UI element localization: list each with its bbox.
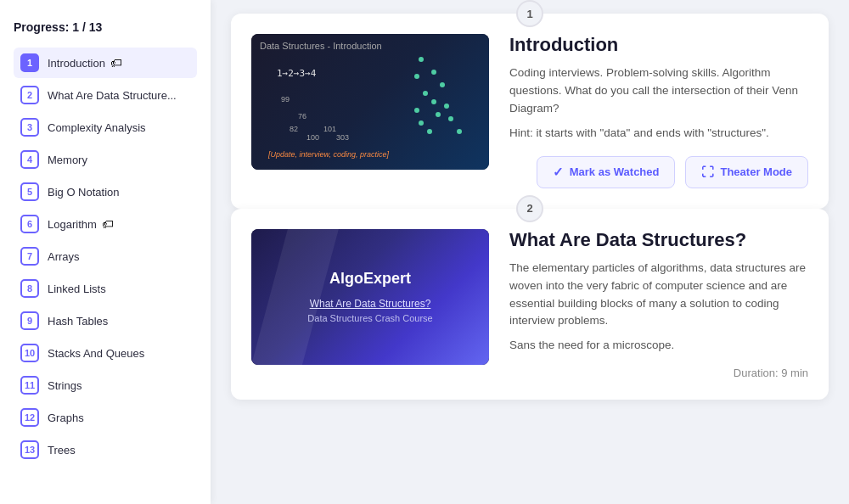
card-number-badge: 1 [516,0,543,27]
svg-text:82: 82 [290,125,298,133]
sidebar-item-introduction[interactable]: 1Introduction🏷 [14,48,197,78]
sidebar-item-label: Trees [48,444,76,456]
cards-container: 1 Data Structures - Introduction 1→2→3→4 [231,14,829,400]
svg-text:101: 101 [323,125,336,133]
check-icon: ✓ [553,165,564,180]
svg-text:100: 100 [306,133,319,142]
card-title: What Are Data Structures? [509,229,808,251]
thumbnail-algoexpert-bg: AlgoExpert What Are Data Structures? Dat… [251,229,489,365]
lesson-card-1: 1 Data Structures - Introduction 1→2→3→4 [231,14,829,209]
sidebar-item-label: Logarithm [48,218,97,231]
svg-text:76: 76 [298,112,306,120]
svg-point-2 [431,70,436,75]
svg-point-11 [448,116,453,121]
sidebar-item-label: Complexity Analysis [48,121,146,134]
sidebar-item-number: 4 [20,150,39,169]
sidebar-item-label: What Are Data Structure... [48,89,177,102]
sidebar-item-number: 6 [20,215,39,233]
sidebar-item-number: 11 [20,376,39,395]
sidebar-item-big-o-notation[interactable]: 5Big O Notation [14,176,197,207]
thumbnail-brand: AlgoExpert [329,270,411,288]
svg-point-7 [444,104,449,109]
svg-point-10 [419,120,424,126]
sidebar-item-label: Graphs [48,412,84,424]
thumbnail-title: What Are Data Structures? [310,298,431,310]
card-info: IntroductionCoding interviews. Problem-s… [509,34,808,188]
watched-button-label: Mark as Watched [570,165,660,178]
sidebar-item-number: 13 [20,440,39,459]
sidebar-item-label: Linked Lists [48,283,106,295]
card-hint: Sans the need for a microscope. [509,337,808,355]
theater-button-label: Theater Mode [720,165,792,178]
thumbnail-intro-bg: Data Structures - Introduction 1→2→3→4 [251,34,489,170]
svg-point-1 [419,57,424,62]
sidebar-item-label: Introduction [48,57,105,70]
sidebar-item-strings[interactable]: 11Strings [14,370,197,400]
thumbnail-intro-label: Data Structures - Introduction [260,41,382,51]
sidebar-item-trees[interactable]: 13Trees [14,434,197,465]
card-actions: ✓Mark as Watched⛶Theater Mode [509,156,808,188]
sidebar-item-number: 1 [20,53,39,72]
sidebar-item-logarithm[interactable]: 6Logarithm🏷 [14,209,197,239]
sidebar-item-label: Stacks And Queues [48,347,144,360]
svg-point-8 [414,108,419,113]
card-thumbnail[interactable]: AlgoExpert What Are Data Structures? Dat… [251,229,489,365]
sidebar-item-number: 5 [20,182,39,201]
sidebar-item-label: Big O Notation [48,186,120,199]
sidebar-item-linked-lists[interactable]: 8Linked Lists [14,273,197,304]
sidebar-item-number: 2 [20,86,39,104]
svg-point-3 [414,74,419,79]
sidebar-item-hash-tables[interactable]: 9Hash Tables [14,305,197,336]
theater-icon: ⛶ [701,165,714,179]
svg-point-12 [427,129,432,134]
sidebar-item-what-are-data-structure[interactable]: 2What Are Data Structure... [14,80,197,110]
svg-point-4 [440,82,445,87]
progress-label: Progress: 1 / 13 [14,20,197,34]
svg-text:303: 303 [336,133,349,142]
sidebar-item-memory[interactable]: 4Memory [14,144,197,175]
card-duration: Duration: 9 min [509,367,808,379]
sidebar-item-graphs[interactable]: 12Graphs [14,402,197,433]
tag-icon: 🏷 [102,217,114,231]
sidebar-item-number: 8 [20,279,39,298]
sidebar-item-number: 12 [20,408,39,427]
mark-watched-button[interactable]: ✓Mark as Watched [537,156,676,188]
lesson-card-2: 2 AlgoExpert What Are Data Structures? D… [231,209,829,400]
sidebar-item-label: Strings [48,379,82,392]
sidebar: Progress: 1 / 13 1Introduction🏷2What Are… [0,0,211,504]
sidebar-item-label: Arrays [48,250,80,263]
card-description: Coding interviews. Problem-solving skill… [509,64,808,118]
svg-text:1→2→3→4: 1→2→3→4 [277,68,317,79]
card-hint: Hint: it starts with "data" and ends wit… [509,125,808,143]
main-content: 1 Data Structures - Introduction 1→2→3→4 [211,0,849,504]
sidebar-item-label: Memory [48,154,87,166]
sidebar-item-number: 10 [20,344,39,362]
sidebar-item-complexity-analysis[interactable]: 3Complexity Analysis [14,112,197,143]
card-content-row: AlgoExpert What Are Data Structures? Dat… [251,229,808,380]
card-thumbnail[interactable]: Data Structures - Introduction 1→2→3→4 [251,34,489,170]
sidebar-item-number: 7 [20,247,39,266]
card-content-row: Data Structures - Introduction 1→2→3→4 [251,34,808,188]
card-number-badge: 2 [516,195,543,222]
sidebar-items-list: 1Introduction🏷2What Are Data Structure..… [14,48,197,465]
sidebar-item-stacks-and-queues[interactable]: 10Stacks And Queues [14,338,197,368]
thumbnail-subtitle: Data Structures Crash Course [307,313,432,323]
svg-text:[Update, interview, coding, pr: [Update, interview, coding, practice] [267,150,390,159]
sidebar-item-number: 3 [20,118,39,137]
svg-text:99: 99 [281,95,290,104]
svg-point-5 [423,91,428,96]
theater-mode-button[interactable]: ⛶Theater Mode [685,156,808,188]
card-info: What Are Data Structures?The elementary … [509,229,808,380]
svg-point-6 [431,99,436,104]
card-description: The elementary particles of algorithms, … [509,260,808,331]
svg-point-9 [436,112,441,117]
card-title: Introduction [509,34,808,56]
sidebar-item-arrays[interactable]: 7Arrays [14,241,197,272]
tag-icon: 🏷 [110,56,122,70]
svg-point-13 [457,129,462,134]
sidebar-item-label: Hash Tables [48,315,108,328]
sidebar-item-number: 9 [20,311,39,330]
